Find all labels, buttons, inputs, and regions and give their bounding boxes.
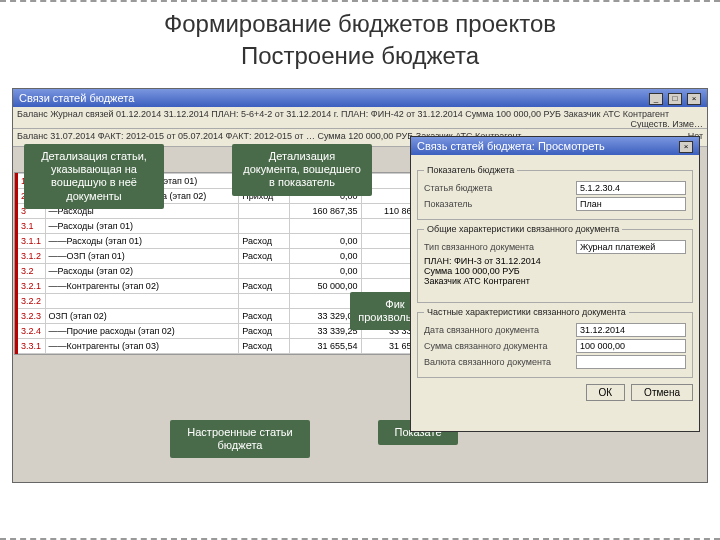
callout-document-detail: Детализация документа, вошедшего в показ… bbox=[232, 144, 372, 196]
table-row[interactable]: 3.2—Расходы (этап 02)0,000,00 bbox=[17, 264, 433, 279]
dialog-close-button[interactable]: × bbox=[679, 141, 693, 153]
dialog-titlebar: Связь статей бюджета: Просмотреть × bbox=[411, 137, 699, 155]
doc-sum-field[interactable]: 100 000,00 bbox=[576, 339, 686, 353]
view-link-dialog: Связь статей бюджета: Просмотреть × Пока… bbox=[410, 136, 700, 432]
toolbar-row-1[interactable]: Баланс Журнал связей 01.12.2014 31.12.20… bbox=[13, 107, 707, 129]
window-title: Связи статей бюджета bbox=[19, 92, 134, 104]
slide-subtitle: Построение бюджета bbox=[0, 42, 720, 70]
group-general: Общие характеристики связанного документ… bbox=[417, 224, 693, 303]
doc-type-field[interactable]: Журнал платежей bbox=[576, 240, 686, 254]
doc-currency-field[interactable] bbox=[576, 355, 686, 369]
table-row[interactable]: 3.1.1——Расходы (этап 01)Расход0,000,00 bbox=[17, 234, 433, 249]
close-button[interactable]: × bbox=[687, 93, 701, 105]
window-titlebar: Связи статей бюджета _ □ × bbox=[13, 89, 707, 107]
group-private: Частные характеристики связанного докуме… bbox=[417, 307, 693, 378]
ok-button[interactable]: ОК bbox=[586, 384, 626, 401]
cancel-button[interactable]: Отмена bbox=[631, 384, 693, 401]
doc-desc-field: ПЛАН: ФИН-3 от 31.12.2014 Сумма 100 000,… bbox=[424, 256, 686, 296]
maximize-button[interactable]: □ bbox=[668, 93, 682, 105]
group-indicator: Показатель бюджета Статья бюджета5.1.2.3… bbox=[417, 165, 693, 220]
table-row[interactable]: 3.3.1——Контрагенты (этап 03)Расход31 655… bbox=[17, 339, 433, 354]
indicator-field[interactable]: План bbox=[576, 197, 686, 211]
table-row[interactable]: 3.1—Расходы (этап 01) bbox=[17, 219, 433, 234]
doc-date-field[interactable]: 31.12.2014 bbox=[576, 323, 686, 337]
dialog-title: Связь статей бюджета: Просмотреть bbox=[417, 140, 605, 152]
callout-article-detail: Детализация статьи, указывающая на вошед… bbox=[24, 144, 164, 209]
callout-budget-articles: Настроенные статьи бюджета bbox=[170, 420, 310, 458]
article-field[interactable]: 5.1.2.30.4 bbox=[576, 181, 686, 195]
slide-title: Формирование бюджетов проектов bbox=[0, 2, 720, 42]
minimize-button[interactable]: _ bbox=[649, 93, 663, 105]
table-row[interactable]: 3.1.2——ОЗП (этап 01)Расход0,00 bbox=[17, 249, 433, 264]
